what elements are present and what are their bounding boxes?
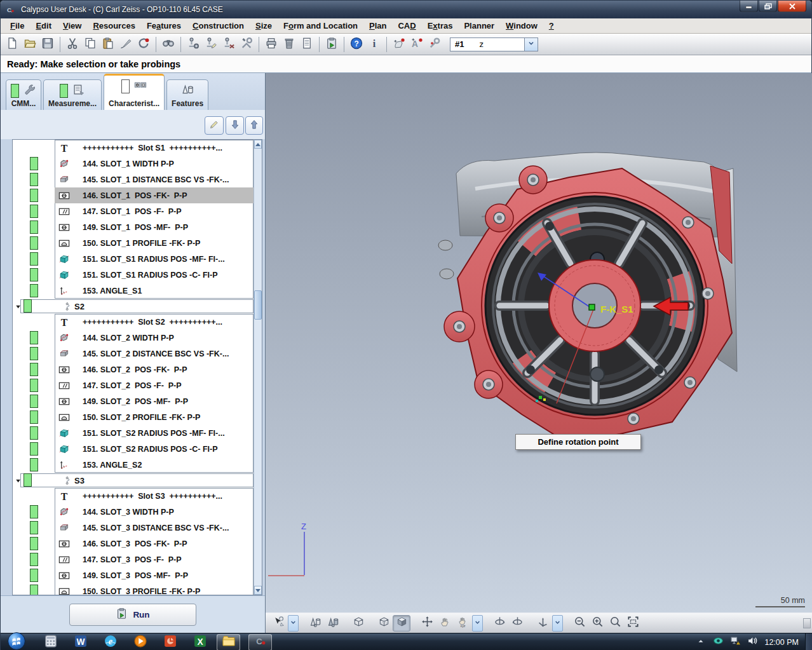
expander-icon[interactable]: [15, 302, 22, 313]
tab-features[interactable]: Features: [166, 79, 208, 110]
print-button[interactable]: [262, 36, 280, 53]
probe-hand-button[interactable]: [390, 36, 408, 53]
move-up-button[interactable]: [245, 116, 263, 135]
tree-item-147-slot-3-pos-f-p-p[interactable]: 147. SLOT_3 POS -F- P-P: [13, 552, 262, 567]
tray-eye-button[interactable]: [712, 637, 724, 648]
hand-xyz-button[interactable]: xyz: [454, 615, 471, 632]
menu-size[interactable]: Size: [250, 20, 278, 32]
menu-extras[interactable]: Extras: [422, 20, 459, 32]
tree-item-150-slot-1-profile-fk-p-p[interactable]: 150. SLOT_1 PROFILE -FK- P-P: [13, 235, 262, 251]
menu-construction[interactable]: Construction: [187, 20, 250, 32]
menu-cad[interactable]: CAD: [392, 20, 421, 32]
start-button[interactable]: [6, 631, 26, 650]
shapes-outline-button[interactable]: [306, 615, 324, 632]
protocol-button[interactable]: [298, 36, 316, 53]
scroll-up-button[interactable]: [254, 140, 262, 149]
tree-item-146-slot-3-pos-fk-p-p[interactable]: 146. SLOT_3 POS -FK- P-P: [13, 536, 262, 552]
restore-button[interactable]: [759, 1, 777, 12]
menu-help[interactable]: ?: [543, 20, 560, 32]
shapes-filled-button[interactable]: [324, 615, 342, 632]
menu-planner[interactable]: Planner: [458, 20, 500, 32]
zoom-lens-button[interactable]: [606, 615, 624, 632]
expander-icon[interactable]: [15, 476, 22, 487]
tree-item-145-slot-2-distance-bsc-vs-fk[interactable]: 145. SLOT_2 DISTANCE BSC VS -FK-...: [13, 346, 262, 362]
tree-item-147-slot-1-pos-f-p-p[interactable]: 147. SLOT_1 POS -F- P-P: [13, 203, 262, 219]
cursor-shapes-button[interactable]: [269, 615, 287, 632]
zoom-in-button[interactable]: [588, 615, 606, 632]
refresh-button[interactable]: [135, 36, 152, 53]
probe-selector-field[interactable]: #1z: [450, 37, 525, 51]
taskbar-app-calc[interactable]: [43, 634, 59, 650]
minimize-button[interactable]: [740, 1, 758, 12]
scroll-down-button[interactable]: [254, 586, 262, 595]
close-button[interactable]: [778, 1, 806, 12]
menu-window[interactable]: Window: [500, 20, 543, 32]
move4-button[interactable]: [418, 615, 436, 632]
tree-item-151-slot-s2-radius-pos-c-fi-p[interactable]: 151. SLOT_S2 RADIUS POS -C- FI-P: [13, 441, 262, 457]
tree-item-153-angle-s1[interactable]: 153. ANGLE_S1: [13, 283, 262, 299]
menu-edit[interactable]: Edit: [30, 20, 57, 32]
tree-item-150-slot-2-profile-fk-p-p[interactable]: 150. SLOT_2 PROFILE -FK- P-P: [13, 409, 262, 425]
menu-file[interactable]: File: [4, 20, 30, 32]
rot-cw-button[interactable]: [491, 615, 508, 632]
tree-item-147-slot-2-pos-f-p-p[interactable]: 147. SLOT_2 POS -F- P-P: [13, 377, 262, 393]
zoom-fit-button[interactable]: [624, 615, 642, 632]
tab-cmm[interactable]: CMM...: [6, 79, 41, 110]
probe-tools-button[interactable]: [238, 36, 255, 53]
tree-group-s2[interactable]: S2: [13, 299, 262, 314]
taskbar-app-excel[interactable]: X: [192, 634, 208, 650]
tray-net-button[interactable]: !: [729, 637, 741, 648]
edit-characteristic-button[interactable]: [205, 116, 224, 135]
tree-item-149-slot-3-pos-mf-p-p[interactable]: 149. SLOT_3 POS -MF- P-P: [13, 567, 262, 583]
menu-resources[interactable]: Resources: [87, 20, 140, 32]
tray-vol-button[interactable]: [747, 637, 758, 648]
tree-group-s3[interactable]: S3: [13, 473, 262, 488]
probe-wrench-button[interactable]: [426, 36, 443, 53]
hand-xyz-dropdown-button[interactable]: [472, 615, 483, 632]
tree-item-slot-s3[interactable]: T+++++++++++ Slot S3 ++++++++++...: [13, 488, 262, 504]
tree-item-153-angle-s2[interactable]: 153. ANGLE_S2: [13, 457, 262, 473]
taskbar-app-ie[interactable]: e: [102, 634, 119, 650]
scroll-thumb[interactable]: [254, 290, 262, 320]
hand-button[interactable]: [436, 615, 454, 632]
tree-item-slot-s2[interactable]: T+++++++++++ Slot S2 ++++++++++...: [13, 314, 262, 330]
menu-view[interactable]: View: [57, 20, 87, 32]
menu-features[interactable]: Features: [141, 20, 187, 32]
tray-up-button[interactable]: [695, 637, 707, 648]
info-button[interactable]: i: [365, 36, 383, 53]
move-down-button[interactable]: [226, 116, 244, 135]
tree-item-145-slot-3-distance-bsc-vs-fk[interactable]: 145. SLOT_3 DISTANCE BSC VS -FK-...: [13, 520, 262, 536]
cube-hidden-button[interactable]: [375, 615, 393, 632]
probe-selector-dropdown-button[interactable]: [525, 37, 538, 51]
probe-selector[interactable]: #1z: [450, 37, 538, 51]
run-clip-button[interactable]: [323, 36, 341, 53]
cad-viewport[interactable]: F-K_S1 Z Define rotation point 50 mm: [266, 73, 812, 613]
tree-item-151-slot-s1-radius-pos-c-fi-p[interactable]: 151. SLOT_S1 RADIUS POS -C- FI-P: [13, 267, 262, 283]
paste-button[interactable]: [99, 36, 117, 53]
tree-item-151-slot-s1-radius-pos-mf-fi[interactable]: 151. SLOT_S1 RADIUS POS -MF- FI-...: [13, 251, 262, 267]
cut-button[interactable]: [64, 36, 81, 53]
tree-item-144-slot-1-width-p-p[interactable]: 144. SLOT_1 WIDTH P-P: [13, 156, 262, 172]
probe-label-button[interactable]: A: [408, 36, 426, 53]
new-button[interactable]: [3, 36, 21, 53]
tab-measureme[interactable]: Measureme...: [43, 79, 102, 110]
axis3-button[interactable]: [534, 615, 551, 632]
tree-item-146-slot-2-pos-fk-p-p[interactable]: 146. SLOT_2 POS -FK- P-P: [13, 362, 262, 377]
menu-plan[interactable]: Plan: [363, 20, 392, 32]
taskbar-clock[interactable]: 12:00 PM: [761, 638, 805, 647]
axis3-dropdown-button[interactable]: [552, 615, 563, 632]
save-button[interactable]: [39, 36, 57, 53]
copy-button[interactable]: [81, 36, 99, 53]
open-button[interactable]: [21, 36, 39, 53]
cube-wire-button[interactable]: [349, 615, 367, 632]
probe-gear-button[interactable]: [184, 36, 202, 53]
rot-ccw-button[interactable]: [508, 615, 526, 632]
tree-scrollbar[interactable]: [254, 140, 262, 595]
tree-item-slot-s1[interactable]: T+++++++++++ Slot S1 ++++++++++...: [13, 140, 262, 156]
tree-item-144-slot-2-width-p-p[interactable]: 144. SLOT_2 WIDTH P-P: [13, 330, 262, 346]
show-desktop-button[interactable]: [805, 633, 812, 650]
brush-button[interactable]: [117, 36, 135, 53]
taskbar-app-folder[interactable]: [217, 634, 240, 650]
probe-edit-button[interactable]: [202, 36, 220, 53]
taskbar-app-ppt[interactable]: [162, 634, 179, 650]
